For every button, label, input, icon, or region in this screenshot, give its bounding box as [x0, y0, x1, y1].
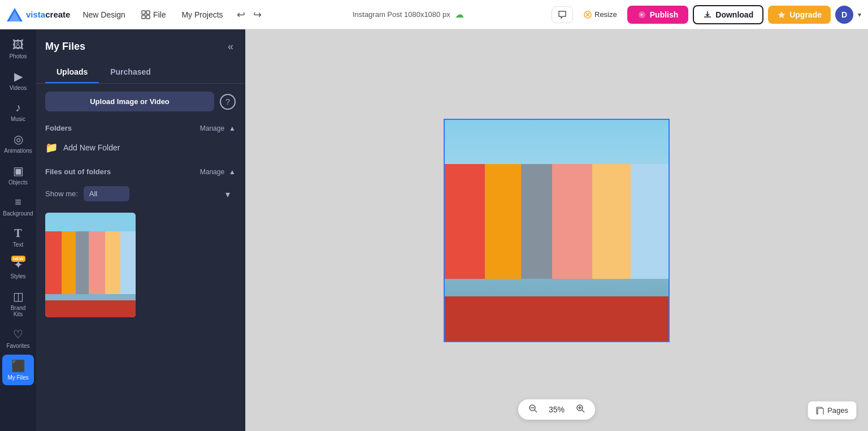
topnav: vistacreate New Design File My Projects …	[0, 0, 868, 29]
canvas-boat	[445, 296, 669, 341]
music-icon: ♪	[15, 101, 21, 114]
document-title: Instagram Post 1080x1080 px	[353, 10, 450, 19]
download-button[interactable]: Download	[693, 5, 763, 24]
videos-label: Videos	[10, 85, 27, 91]
folders-controls: Manage ▲	[200, 124, 236, 132]
zoom-out-icon	[528, 404, 537, 413]
canvas-area: 35% Pages	[245, 29, 868, 431]
sidebar-item-photos[interactable]: 🖼 Photos	[2, 34, 34, 64]
user-menu-button[interactable]: ▾	[858, 11, 861, 19]
zoom-level: 35%	[545, 405, 568, 414]
zoom-in-button[interactable]	[574, 403, 587, 416]
sidebar-item-videos[interactable]: ▶ Videos	[2, 65, 34, 96]
download-label: Download	[715, 10, 753, 19]
publish-icon	[637, 10, 646, 19]
add-folder-text[interactable]: Add New Folder	[63, 143, 120, 152]
redo-button[interactable]: ↪	[250, 6, 265, 23]
videos-icon: ▶	[14, 70, 23, 83]
svg-rect-5	[146, 15, 150, 19]
sidebar-item-brand-kits[interactable]: ◫ Brand Kits	[2, 285, 34, 322]
thumb-boat	[45, 300, 136, 317]
folders-manage-link[interactable]: Manage	[200, 124, 224, 132]
panel-header: My Files «	[36, 29, 245, 62]
my-projects-button[interactable]: My Projects	[176, 7, 228, 23]
upload-image-video-button[interactable]: Upload Image or Video	[45, 92, 214, 111]
folders-collapse-button[interactable]: ▲	[229, 124, 236, 132]
upload-help-button[interactable]: ?	[220, 94, 236, 110]
folders-section-header: Folders Manage ▲	[36, 119, 245, 137]
undo-button[interactable]: ↩	[233, 6, 249, 23]
styles-wrap: ✦ NEW	[14, 258, 23, 271]
thumb-building-1	[45, 231, 62, 296]
canvas-image[interactable]	[444, 119, 670, 342]
save-status-icon: ☁	[455, 9, 464, 20]
files-out-of-folders-label: Files out of folders	[45, 167, 111, 176]
new-design-button[interactable]: New Design	[77, 7, 131, 23]
photos-icon: 🖼	[12, 38, 24, 51]
zoom-bar: 35%	[518, 399, 595, 420]
comment-icon	[558, 10, 567, 19]
publish-button[interactable]: Publish	[627, 6, 689, 24]
download-icon	[703, 10, 712, 19]
show-me-select-wrap: All Images Videos	[84, 186, 236, 201]
upgrade-label: Upgrade	[789, 10, 822, 19]
tab-uploads[interactable]: Uploads	[45, 62, 99, 83]
text-label: Text	[13, 242, 23, 248]
tab-purchased[interactable]: Purchased	[99, 62, 162, 83]
background-label: Background	[3, 210, 33, 217]
thumbnail-item[interactable]	[45, 213, 136, 317]
user-avatar[interactable]: D	[835, 6, 853, 24]
files-collapse-button[interactable]: ▲	[229, 168, 236, 176]
favorites-label: Favorites	[6, 343, 29, 349]
resize-label: Resize	[594, 10, 617, 19]
svg-line-13	[582, 410, 584, 412]
show-me-select[interactable]: All Images Videos	[84, 186, 129, 201]
show-me-row: Show me: All Images Videos	[36, 180, 245, 207]
comment-button[interactable]	[552, 6, 573, 23]
files-manage-link[interactable]: Manage	[200, 168, 224, 176]
svg-rect-3	[146, 11, 150, 14]
panel-title: My Files	[45, 41, 85, 53]
thumb-building-6	[120, 231, 136, 296]
folder-icon: 📁	[45, 141, 58, 154]
show-me-label: Show me:	[45, 189, 78, 198]
upgrade-icon	[777, 10, 786, 19]
svg-rect-4	[142, 15, 145, 19]
collapse-panel-button[interactable]: «	[225, 38, 236, 55]
photos-label: Photos	[9, 53, 27, 59]
zoom-out-button[interactable]	[526, 403, 540, 416]
logo[interactable]: vistacreate	[7, 8, 70, 21]
animations-label: Animations	[4, 148, 32, 154]
objects-icon: ▣	[13, 164, 24, 178]
background-icon: ≡	[15, 196, 21, 209]
thumbnails-grid	[36, 207, 245, 431]
sidebar-item-favorites[interactable]: ♡ Favorites	[2, 323, 34, 354]
add-folder-row[interactable]: 📁 Add New Folder	[36, 137, 245, 161]
document-info: Instagram Post 1080x1080 px ☁	[353, 9, 464, 20]
sidebar-item-animations[interactable]: ◎ Animations	[2, 128, 34, 158]
logo-icon	[7, 8, 23, 21]
sidebar-item-music[interactable]: ♪ Music	[2, 97, 34, 127]
publish-label: Publish	[650, 10, 679, 19]
styles-label: Styles	[10, 273, 25, 279]
upgrade-button[interactable]: Upgrade	[768, 6, 831, 24]
sidebar-item-text[interactable]: T Text	[2, 222, 34, 252]
side-panel: My Files « Uploads Purchased Upload Imag…	[36, 29, 245, 431]
brand-kits-label: Brand Kits	[6, 305, 31, 317]
folders-label: Folders	[45, 124, 72, 132]
pages-button[interactable]: Pages	[808, 401, 857, 420]
resize-button[interactable]: Resize	[578, 7, 623, 23]
sidebar-item-background[interactable]: ≡ Background	[2, 191, 34, 221]
sidebar-item-objects[interactable]: ▣ Objects	[2, 160, 34, 190]
sidebar-item-styles[interactable]: ✦ NEW Styles	[2, 253, 34, 284]
pages-label: Pages	[827, 406, 848, 415]
animations-icon: ◎	[14, 132, 23, 146]
file-button[interactable]: File	[136, 7, 172, 23]
text-icon: T	[14, 227, 21, 240]
brand-kits-icon: ◫	[13, 290, 24, 303]
svg-marker-8	[778, 11, 785, 18]
sidebar-item-my-files[interactable]: ⬛ My Files	[2, 355, 34, 385]
music-label: Music	[11, 116, 25, 122]
thumb-building-2	[62, 231, 76, 296]
thumb-building-4	[89, 231, 105, 296]
